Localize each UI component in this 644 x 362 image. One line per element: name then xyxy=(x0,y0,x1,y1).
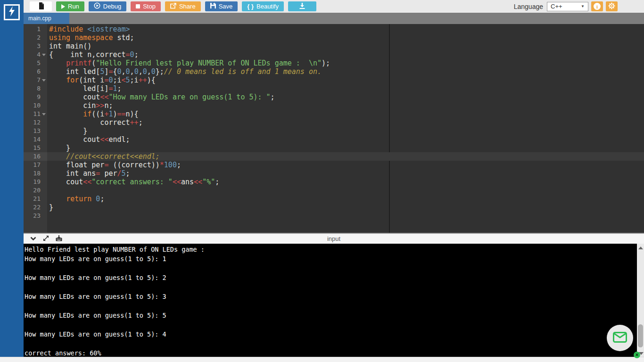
line-number[interactable]: 7 xyxy=(24,76,47,84)
beautify-button[interactable]: { } Beautify xyxy=(242,1,284,11)
code-line-text[interactable]: cout<<"correct answers: "<<ans<<"%"; xyxy=(47,178,644,186)
horizontal-scrollbar[interactable] xyxy=(0,357,644,362)
line-number[interactable]: 19 xyxy=(24,178,47,186)
save-button[interactable]: Save xyxy=(205,1,238,11)
line-number[interactable]: 13 xyxy=(24,127,47,135)
collapse-console-button[interactable] xyxy=(30,235,36,243)
code-line-text[interactable]: } xyxy=(47,203,644,212)
code-line[interactable]: 10 cin>>n; xyxy=(24,101,644,110)
code-line[interactable]: 13 } xyxy=(24,127,644,135)
code-line[interactable]: 16 //cout<<correct<<endl; xyxy=(24,152,644,161)
console-output[interactable]: Hello Friend lest play NUMBER of ON LEDs… xyxy=(24,244,644,357)
code-line[interactable]: 14 cout<<endl; xyxy=(24,135,644,144)
language-select[interactable]: C++ ▼ xyxy=(547,2,588,11)
line-number[interactable]: 12 xyxy=(24,118,47,127)
line-number[interactable]: 18 xyxy=(24,169,47,178)
fold-marker-icon[interactable] xyxy=(42,113,46,115)
line-number[interactable]: 9 xyxy=(24,93,47,101)
line-number[interactable]: 1 xyxy=(24,25,47,33)
line-number[interactable]: 17 xyxy=(24,161,47,169)
sidebar xyxy=(0,0,24,362)
line-number[interactable]: 3 xyxy=(24,42,47,50)
scroll-up-arrow-icon[interactable] xyxy=(638,247,643,249)
code-line-text[interactable]: printf("Hello Friend lest play NUMBER of… xyxy=(47,59,644,67)
code-line[interactable]: 7 for(int i=0;i<5;i++){ xyxy=(24,76,644,84)
line-number[interactable]: 8 xyxy=(24,84,47,93)
scrollbar-thumb[interactable] xyxy=(638,324,643,347)
code-line[interactable]: 6 int led[5]={0,0,0,0,0};// 0 means led … xyxy=(24,67,644,76)
stop-button[interactable]: Stop xyxy=(131,1,161,11)
chat-badge: ✕ xyxy=(634,352,640,358)
code-line-text[interactable]: } xyxy=(47,127,644,135)
code-line-text[interactable]: using namespace std; xyxy=(47,33,644,42)
line-number[interactable]: 6 xyxy=(24,67,47,76)
code-editor[interactable]: 1#include <iostream>2using namespace std… xyxy=(24,24,644,233)
code-line[interactable]: 2using namespace std; xyxy=(24,33,644,42)
code-line[interactable]: 23 xyxy=(24,212,644,220)
line-number[interactable]: 14 xyxy=(24,135,47,144)
code-line[interactable]: 9 cout<<"How many LEDs are on guess(1 to… xyxy=(24,93,644,101)
fold-marker-icon[interactable] xyxy=(42,79,46,82)
settings-button[interactable] xyxy=(606,1,618,11)
code-line[interactable]: 17 float per= ((correct))*100; xyxy=(24,161,644,169)
code-line[interactable]: 20 xyxy=(24,186,644,195)
line-number[interactable]: 23 xyxy=(24,212,47,220)
run-button[interactable]: Run xyxy=(56,1,84,11)
code-line-text[interactable]: //cout<<correct<<endl; xyxy=(47,152,644,161)
line-number[interactable]: 16 xyxy=(24,152,47,161)
chat-button[interactable] xyxy=(607,325,633,351)
new-file-button[interactable] xyxy=(30,1,52,11)
code-line[interactable]: 15 } xyxy=(24,144,644,152)
debug-label: Debug xyxy=(103,3,121,10)
debug-button[interactable]: Debug xyxy=(89,1,126,11)
code-line-text[interactable]: led[i]=1; xyxy=(47,84,644,93)
code-line-text[interactable]: float per= ((correct))*100; xyxy=(47,161,644,169)
download-icon xyxy=(299,3,305,10)
line-number[interactable]: 4 xyxy=(24,50,47,59)
code-line-text[interactable]: int main() xyxy=(47,42,644,50)
code-line[interactable]: 1#include <iostream> xyxy=(24,25,644,33)
code-line[interactable]: 12 correct++; xyxy=(24,118,644,127)
line-number[interactable]: 22 xyxy=(24,203,47,212)
code-line-text[interactable]: int led[5]={0,0,0,0,0};// 0 means led is… xyxy=(47,67,644,76)
code-line[interactable]: 19 cout<<"correct answers: "<<ans<<"%"; xyxy=(24,178,644,186)
line-number[interactable]: 2 xyxy=(24,33,47,42)
code-line[interactable]: 5 printf("Hello Friend lest play NUMBER … xyxy=(24,59,644,67)
virtual-keyboard-button[interactable] xyxy=(56,235,62,243)
code-line[interactable]: 22} xyxy=(24,203,644,212)
app-logo[interactable] xyxy=(4,4,20,20)
code-line[interactable]: 18 int ans= per/5; xyxy=(24,169,644,178)
code-line-text[interactable]: cout<<endl; xyxy=(47,135,644,144)
code-line-text[interactable]: correct++; xyxy=(47,118,644,127)
code-line-text[interactable]: } xyxy=(47,144,644,152)
tab-main-cpp[interactable]: main.cpp xyxy=(24,13,69,24)
code-line-text[interactable]: if((i+1)==n){ xyxy=(47,110,644,118)
line-number[interactable]: 15 xyxy=(24,144,47,152)
code-line[interactable]: 21 return 0; xyxy=(24,195,644,203)
expand-console-button[interactable] xyxy=(43,235,49,243)
console-scrollbar[interactable] xyxy=(637,244,644,357)
code-line[interactable]: 11 if((i+1)==n){ xyxy=(24,110,644,118)
info-button[interactable]: i xyxy=(591,1,603,11)
line-number[interactable]: 5 xyxy=(24,59,47,67)
line-number[interactable]: 21 xyxy=(24,195,47,203)
code-line-text[interactable]: #include <iostream> xyxy=(47,25,644,33)
download-button[interactable] xyxy=(288,1,316,11)
code-line-text[interactable]: cin>>n; xyxy=(47,101,644,110)
code-line-text[interactable]: cout<<"How many LEDs are on guess(1 to 5… xyxy=(47,93,644,101)
fold-marker-icon[interactable] xyxy=(42,54,46,56)
code-line[interactable]: 3int main() xyxy=(24,42,644,50)
code-line[interactable]: 4{ int n,correct=0; xyxy=(24,50,644,59)
code-line-text[interactable] xyxy=(47,186,644,195)
code-line-text[interactable]: for(int i=0;i<5;i++){ xyxy=(47,76,644,84)
code-line-text[interactable]: int ans= per/5; xyxy=(47,169,644,178)
code-line-text[interactable] xyxy=(47,212,644,220)
code-line[interactable]: 8 led[i]=1; xyxy=(24,84,644,93)
line-number[interactable]: 10 xyxy=(24,101,47,110)
share-button[interactable]: Share xyxy=(165,1,201,11)
line-number[interactable]: 11 xyxy=(24,110,47,118)
keyboard-icon xyxy=(56,235,62,243)
code-line-text[interactable]: return 0; xyxy=(47,195,644,203)
code-line-text[interactable]: { int n,correct=0; xyxy=(47,50,644,59)
line-number[interactable]: 20 xyxy=(24,186,47,195)
